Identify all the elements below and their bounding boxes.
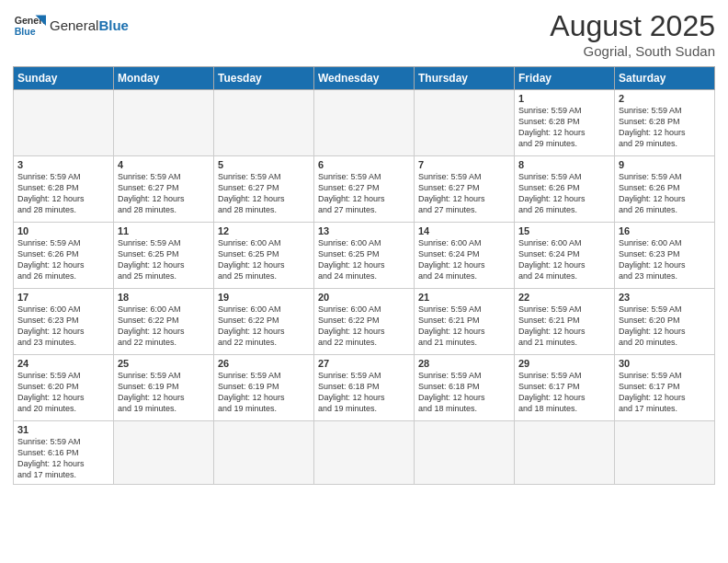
col-tuesday: Tuesday bbox=[214, 67, 314, 90]
table-row: 24Sunrise: 5:59 AM Sunset: 6:20 PM Dayli… bbox=[14, 355, 114, 421]
day-number: 13 bbox=[318, 225, 410, 236]
table-row: 25Sunrise: 5:59 AM Sunset: 6:19 PM Dayli… bbox=[114, 355, 214, 421]
day-number: 20 bbox=[318, 292, 410, 303]
day-number: 4 bbox=[118, 159, 210, 170]
logo: General Blue GeneralBlue bbox=[13, 9, 129, 42]
calendar-table: Sunday Monday Tuesday Wednesday Thursday… bbox=[13, 66, 715, 485]
day-info: Sunrise: 5:59 AM Sunset: 6:25 PM Dayligh… bbox=[118, 237, 210, 282]
table-row: 3Sunrise: 5:59 AM Sunset: 6:28 PM Daylig… bbox=[14, 156, 114, 223]
day-info: Sunrise: 5:59 AM Sunset: 6:18 PM Dayligh… bbox=[318, 370, 410, 415]
day-number: 9 bbox=[619, 159, 711, 170]
table-row: 31Sunrise: 5:59 AM Sunset: 6:16 PM Dayli… bbox=[14, 421, 114, 485]
day-number: 24 bbox=[17, 358, 109, 369]
table-row: 16Sunrise: 6:00 AM Sunset: 6:23 PM Dayli… bbox=[615, 223, 715, 289]
day-number: 26 bbox=[218, 358, 310, 369]
day-number: 3 bbox=[17, 159, 109, 170]
table-row: 30Sunrise: 5:59 AM Sunset: 6:17 PM Dayli… bbox=[615, 355, 715, 421]
day-number: 14 bbox=[418, 225, 510, 236]
table-row: 27Sunrise: 5:59 AM Sunset: 6:18 PM Dayli… bbox=[314, 355, 415, 421]
table-row bbox=[415, 421, 515, 485]
svg-text:Blue: Blue bbox=[15, 26, 36, 37]
table-row: 4Sunrise: 5:59 AM Sunset: 6:27 PM Daylig… bbox=[114, 156, 214, 223]
day-info: Sunrise: 6:00 AM Sunset: 6:25 PM Dayligh… bbox=[218, 237, 310, 282]
day-number: 27 bbox=[318, 358, 410, 369]
page: General Blue GeneralBlue August 2025 Gog… bbox=[0, 0, 728, 563]
table-row: 20Sunrise: 6:00 AM Sunset: 6:22 PM Dayli… bbox=[314, 289, 415, 355]
day-number: 18 bbox=[118, 292, 210, 303]
table-row bbox=[14, 90, 114, 156]
table-row: 12Sunrise: 6:00 AM Sunset: 6:25 PM Dayli… bbox=[214, 223, 314, 289]
day-info: Sunrise: 5:59 AM Sunset: 6:20 PM Dayligh… bbox=[619, 304, 711, 349]
table-row bbox=[615, 421, 715, 485]
table-row: 23Sunrise: 5:59 AM Sunset: 6:20 PM Dayli… bbox=[615, 289, 715, 355]
table-row: 18Sunrise: 6:00 AM Sunset: 6:22 PM Dayli… bbox=[114, 289, 214, 355]
col-friday: Friday bbox=[515, 67, 615, 90]
col-thursday: Thursday bbox=[415, 67, 515, 90]
day-number: 28 bbox=[418, 358, 510, 369]
day-info: Sunrise: 5:59 AM Sunset: 6:26 PM Dayligh… bbox=[619, 171, 711, 216]
day-number: 23 bbox=[619, 292, 711, 303]
day-number: 30 bbox=[619, 358, 711, 369]
generalblue-logo-icon: General Blue bbox=[13, 9, 46, 42]
day-info: Sunrise: 5:59 AM Sunset: 6:27 PM Dayligh… bbox=[318, 171, 410, 216]
title-block: August 2025 Gogrial, South Sudan bbox=[550, 9, 715, 59]
table-row: 2Sunrise: 5:59 AM Sunset: 6:28 PM Daylig… bbox=[615, 90, 715, 156]
table-row: 5Sunrise: 5:59 AM Sunset: 6:27 PM Daylig… bbox=[214, 156, 314, 223]
table-row bbox=[314, 90, 415, 156]
day-number: 5 bbox=[218, 159, 310, 170]
day-info: Sunrise: 5:59 AM Sunset: 6:27 PM Dayligh… bbox=[218, 171, 310, 216]
day-info: Sunrise: 6:00 AM Sunset: 6:22 PM Dayligh… bbox=[118, 304, 210, 349]
table-row: 8Sunrise: 5:59 AM Sunset: 6:26 PM Daylig… bbox=[515, 156, 615, 223]
day-info: Sunrise: 6:00 AM Sunset: 6:23 PM Dayligh… bbox=[619, 237, 711, 282]
location: Gogrial, South Sudan bbox=[550, 43, 715, 59]
logo-general: General bbox=[50, 17, 98, 33]
table-row: 14Sunrise: 6:00 AM Sunset: 6:24 PM Dayli… bbox=[415, 223, 515, 289]
table-row bbox=[314, 421, 415, 485]
day-info: Sunrise: 5:59 AM Sunset: 6:27 PM Dayligh… bbox=[118, 171, 210, 216]
table-row: 29Sunrise: 5:59 AM Sunset: 6:17 PM Dayli… bbox=[515, 355, 615, 421]
table-row bbox=[415, 90, 515, 156]
day-info: Sunrise: 5:59 AM Sunset: 6:28 PM Dayligh… bbox=[518, 105, 610, 150]
logo-blue: Blue bbox=[98, 17, 129, 33]
day-info: Sunrise: 5:59 AM Sunset: 6:16 PM Dayligh… bbox=[17, 436, 109, 481]
table-row: 21Sunrise: 5:59 AM Sunset: 6:21 PM Dayli… bbox=[415, 289, 515, 355]
day-number: 1 bbox=[518, 93, 610, 104]
day-number: 16 bbox=[619, 225, 711, 236]
day-info: Sunrise: 5:59 AM Sunset: 6:20 PM Dayligh… bbox=[17, 370, 109, 415]
day-number: 6 bbox=[318, 159, 410, 170]
table-row: 13Sunrise: 6:00 AM Sunset: 6:25 PM Dayli… bbox=[314, 223, 415, 289]
day-info: Sunrise: 5:59 AM Sunset: 6:21 PM Dayligh… bbox=[418, 304, 510, 349]
calendar-header-row: Sunday Monday Tuesday Wednesday Thursday… bbox=[14, 67, 715, 90]
table-row: 19Sunrise: 6:00 AM Sunset: 6:22 PM Dayli… bbox=[214, 289, 314, 355]
day-number: 11 bbox=[118, 225, 210, 236]
col-sunday: Sunday bbox=[14, 67, 114, 90]
table-row: 6Sunrise: 5:59 AM Sunset: 6:27 PM Daylig… bbox=[314, 156, 415, 223]
day-number: 2 bbox=[619, 93, 711, 104]
day-info: Sunrise: 5:59 AM Sunset: 6:19 PM Dayligh… bbox=[218, 370, 310, 415]
table-row: 22Sunrise: 5:59 AM Sunset: 6:21 PM Dayli… bbox=[515, 289, 615, 355]
header: General Blue GeneralBlue August 2025 Gog… bbox=[13, 9, 715, 59]
day-number: 10 bbox=[17, 225, 109, 236]
table-row: 15Sunrise: 6:00 AM Sunset: 6:24 PM Dayli… bbox=[515, 223, 615, 289]
day-info: Sunrise: 5:59 AM Sunset: 6:28 PM Dayligh… bbox=[619, 105, 711, 150]
day-number: 22 bbox=[518, 292, 610, 303]
day-info: Sunrise: 5:59 AM Sunset: 6:21 PM Dayligh… bbox=[518, 304, 610, 349]
day-info: Sunrise: 5:59 AM Sunset: 6:27 PM Dayligh… bbox=[418, 171, 510, 216]
day-info: Sunrise: 6:00 AM Sunset: 6:25 PM Dayligh… bbox=[318, 237, 410, 282]
table-row bbox=[214, 421, 314, 485]
day-info: Sunrise: 6:00 AM Sunset: 6:22 PM Dayligh… bbox=[318, 304, 410, 349]
day-number: 19 bbox=[218, 292, 310, 303]
day-number: 15 bbox=[518, 225, 610, 236]
day-number: 31 bbox=[17, 424, 109, 435]
day-number: 8 bbox=[518, 159, 610, 170]
table-row: 28Sunrise: 5:59 AM Sunset: 6:18 PM Dayli… bbox=[415, 355, 515, 421]
table-row bbox=[114, 90, 214, 156]
day-number: 7 bbox=[418, 159, 510, 170]
day-number: 25 bbox=[118, 358, 210, 369]
table-row: 11Sunrise: 5:59 AM Sunset: 6:25 PM Dayli… bbox=[114, 223, 214, 289]
day-info: Sunrise: 6:00 AM Sunset: 6:22 PM Dayligh… bbox=[218, 304, 310, 349]
day-info: Sunrise: 5:59 AM Sunset: 6:17 PM Dayligh… bbox=[619, 370, 711, 415]
col-wednesday: Wednesday bbox=[314, 67, 415, 90]
col-monday: Monday bbox=[114, 67, 214, 90]
day-info: Sunrise: 5:59 AM Sunset: 6:17 PM Dayligh… bbox=[518, 370, 610, 415]
